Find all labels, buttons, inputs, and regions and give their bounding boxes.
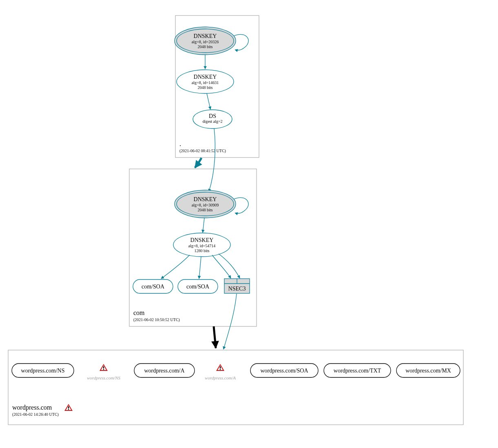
node-root-zsk: DNSKEY alg=8, id=14631 2048 bits (177, 70, 234, 93)
edge-root-com-thick (195, 158, 201, 168)
zone-root-label: . (179, 140, 181, 147)
svg-text:wordpress.com/A: wordpress.com/A (205, 375, 236, 380)
node-wp-ns-box: wordpress.com/NS (12, 364, 74, 377)
node-com-soa1: com/SOA (133, 279, 173, 293)
node-wp-a-box: wordpress.com/A (134, 364, 195, 377)
zone-com-time: (2021-06-02 10:50:52 UTC) (133, 317, 180, 322)
node-com-ksk: DNSKEY alg=8, id=30909 2048 bits (175, 190, 236, 218)
svg-text:1280 bits: 1280 bits (195, 248, 210, 253)
svg-text:digest alg=2: digest alg=2 (202, 119, 222, 124)
svg-text:alg=8, id=30909: alg=8, id=30909 (192, 203, 219, 207)
node-com-zsk: DNSKEY alg=8, id=54714 1280 bits (173, 233, 230, 257)
svg-text:DNSKEY: DNSKEY (194, 74, 217, 80)
node-com-soa2: com/SOA (178, 279, 218, 293)
zone-wp-time: (2021-06-02 14:26:40 UTC) (12, 412, 59, 417)
zone-wp: wordpress.com (2021-06-02 14:26:40 UTC) (8, 350, 463, 425)
svg-text:com/SOA: com/SOA (186, 284, 210, 290)
svg-text:wordpress.com/MX: wordpress.com/MX (405, 368, 451, 374)
svg-text:DNSKEY: DNSKEY (194, 196, 217, 202)
node-root-ksk: DNSKEY alg=8, id=20326 2048 bits (175, 27, 236, 55)
svg-text:alg=8, id=20326: alg=8, id=20326 (192, 40, 219, 44)
edge-com-wp-thick (214, 326, 216, 348)
svg-text:alg=8, id=14631: alg=8, id=14631 (192, 80, 219, 85)
zone-wp-label: wordpress.com (12, 404, 52, 411)
svg-text:wordpress.com/A: wordpress.com/A (144, 368, 185, 374)
zone-com-label: com (133, 309, 145, 316)
node-wp-mx-box: wordpress.com/MX (396, 364, 460, 377)
svg-text:wordpress.com/NS: wordpress.com/NS (21, 368, 65, 374)
svg-text:wordpress.com/TXT: wordpress.com/TXT (334, 368, 381, 374)
svg-text:2048 bits: 2048 bits (198, 44, 213, 49)
svg-text:wordpress.com/NS: wordpress.com/NS (87, 375, 120, 380)
svg-text:NSEC3: NSEC3 (228, 286, 246, 292)
svg-text:2048 bits: 2048 bits (198, 208, 213, 212)
svg-text:com/SOA: com/SOA (142, 284, 165, 290)
node-root-ds: DS digest alg=2 (193, 110, 232, 129)
svg-text:2048 bits: 2048 bits (198, 85, 213, 90)
node-com-nsec3: NSEC3 (224, 279, 250, 293)
svg-text:alg=8, id=54714: alg=8, id=54714 (188, 244, 215, 248)
svg-text:wordpress.com/SOA: wordpress.com/SOA (260, 368, 308, 374)
svg-rect-33 (8, 350, 463, 425)
node-wp-soa-box: wordpress.com/SOA (250, 364, 318, 377)
svg-text:DNSKEY: DNSKEY (190, 237, 214, 243)
svg-text:DS: DS (209, 113, 216, 119)
svg-text:DNSKEY: DNSKEY (194, 33, 217, 39)
node-wp-txt-box: wordpress.com/TXT (324, 364, 391, 377)
zone-root-time: (2021-06-02 08:41:52 UTC) (179, 149, 226, 153)
